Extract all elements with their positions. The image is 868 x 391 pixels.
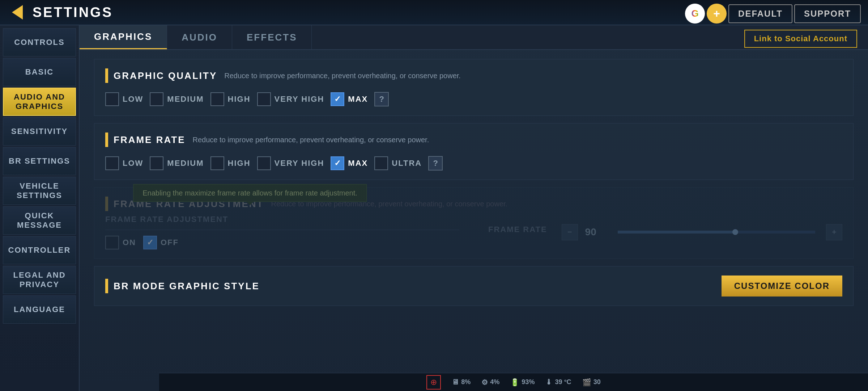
battery-icon: 🔋 [510, 378, 519, 387]
sidebar-item-br-settings[interactable]: BR SETTINGS [3, 147, 76, 175]
fr-veryhigh-checkbox[interactable] [257, 156, 271, 170]
fr-slider-fill [618, 231, 736, 234]
fr-high-checkbox[interactable] [210, 156, 224, 170]
fr-ultra-label: ULTRA [392, 159, 422, 168]
fra-title: FRAME RATE ADJUSTMENT [114, 198, 264, 210]
fr-value-display: 90 [585, 226, 607, 238]
support-button[interactable]: SUPPORT [794, 4, 861, 23]
temp-value: 39 °C [555, 378, 571, 386]
frame-rate-desc: Reduce to improve performance, prevent o… [193, 136, 429, 144]
gq-max-label: MAX [348, 94, 368, 104]
plus-button[interactable]: + [707, 4, 727, 24]
graphic-quality-header: GRAPHIC QUALITY Reduce to improve perfor… [105, 68, 842, 83]
back-button[interactable] [7, 3, 27, 22]
gq-veryhigh-checkbox[interactable] [257, 92, 271, 106]
fra-on-checkbox[interactable] [105, 236, 119, 249]
frame-rate-help-icon[interactable]: ? [428, 156, 443, 171]
br-mode-graphic-style-section: BR MODE GRAPHIC STYLE CUSTOMIZE COLOR [94, 266, 854, 306]
sidebar-item-language[interactable]: LANGUAGE [3, 295, 76, 324]
sidebar-item-basic[interactable]: BASIC [3, 58, 76, 86]
sidebar-item-controller[interactable]: CONTROLLER [3, 236, 76, 264]
gq-veryhigh-label: VERY HIGH [275, 94, 324, 104]
graphic-quality-help-icon[interactable]: ? [374, 92, 389, 106]
brs-header: BR MODE GRAPHIC STYLE [105, 279, 260, 293]
brs-title: BR MODE GRAPHIC STYLE [114, 281, 260, 292]
fr-high-group: HIGH [210, 156, 251, 170]
sidebar-item-quick-message[interactable]: QUICK MESSAGE [3, 206, 76, 235]
sidebar-item-vehicle-settings[interactable]: VEHICLE SETTINGS [3, 177, 76, 205]
frame-rate-header: FRAME RATE Reduce to improve performance… [105, 133, 842, 147]
gq-medium-checkbox[interactable] [150, 92, 163, 106]
section-indicator-fr [105, 133, 108, 147]
google-button[interactable]: G [685, 4, 705, 24]
fra-off-label: OFF [161, 238, 179, 247]
default-button[interactable]: DEFAULT [728, 4, 792, 23]
cpu1-value: 8% [461, 378, 471, 386]
gq-low-checkbox[interactable] [105, 92, 119, 106]
fps-icon: 🎬 [582, 378, 591, 387]
fra-on-group: ON [105, 236, 136, 249]
fr-increase-btn[interactable]: + [826, 224, 842, 240]
cpu2-value: 4% [490, 378, 499, 386]
status-temp: 🌡 39 °C [545, 378, 571, 386]
gq-high-checkbox[interactable] [210, 92, 224, 106]
fra-right: FRAME RATE − 90 + [488, 224, 842, 240]
tab-graphics[interactable]: GRAPHICS [80, 25, 167, 49]
fr-medium-label: MEDIUM [167, 159, 204, 168]
sidebar-item-legal-privacy[interactable]: LEGAL AND PRIVACY [3, 266, 76, 294]
sidebar-item-audio-graphics[interactable]: AUDIO AND GRAPHICS [3, 88, 76, 116]
page-title: SETTINGS [33, 5, 113, 20]
fr-ultra-checkbox[interactable] [374, 156, 388, 170]
gq-veryhigh-group: VERY HIGH [257, 92, 324, 106]
fra-divider [105, 230, 459, 230]
status-cpu1: 🖥 8% [452, 378, 471, 386]
fra-toggle-row: ON OFF [105, 236, 459, 249]
status-battery: 🔋 93% [510, 378, 535, 387]
gq-low-label: LOW [123, 94, 143, 104]
sidebar-item-sensitivity[interactable]: SENSITIVITY [3, 117, 76, 146]
tab-audio[interactable]: AUDIO [167, 25, 232, 49]
frame-rate-adjustment-section: FRAME RATE ADJUSTMENT Reduce to improve … [94, 187, 854, 259]
gq-max-checkbox[interactable] [331, 92, 344, 106]
fr-slider[interactable] [618, 231, 815, 234]
fr-max-label: MAX [348, 159, 368, 168]
link-social-account-button[interactable]: Link to Social Account [744, 30, 857, 48]
section-indicator-fra [105, 197, 108, 211]
tab-effects[interactable]: EFFECTS [232, 25, 312, 49]
content-area: GRAPHIC QUALITY Reduce to improve perfor… [80, 50, 868, 373]
frame-rate-section: FRAME RATE Reduce to improve performance… [94, 123, 854, 180]
graphic-quality-section: GRAPHIC QUALITY Reduce to improve perfor… [94, 59, 854, 116]
fr-high-label: HIGH [228, 159, 251, 168]
temp-icon: 🌡 [545, 378, 553, 386]
fra-desc: Reduce to improve performance, prevent o… [271, 200, 507, 208]
section-indicator [105, 68, 108, 83]
battery-value: 93% [522, 378, 535, 386]
gq-medium-label: MEDIUM [167, 94, 204, 104]
fr-medium-checkbox[interactable] [150, 156, 163, 170]
fr-medium-group: MEDIUM [150, 156, 204, 170]
top-right-controls: G + DEFAULT SUPPORT [685, 4, 861, 24]
back-arrow-icon [12, 5, 23, 20]
graphic-quality-options: LOW MEDIUM HIGH VERY HIGH MAX [105, 92, 842, 106]
fr-slider-handle [732, 229, 738, 235]
fr-max-group: MAX [331, 156, 368, 170]
fra-off-group: OFF [143, 236, 179, 249]
fr-low-group: LOW [105, 156, 143, 170]
sidebar-item-controls[interactable]: CONTROLS [3, 28, 76, 56]
fra-controls-row: FRAME RATE ADJUSTMENT ON OFF [105, 215, 842, 249]
customize-color-button[interactable]: CUSTOMIZE COLOR [722, 276, 842, 297]
status-fps: 🎬 30 [582, 378, 601, 387]
status-bar: ⊕ 🖥 8% ⚙ 4% 🔋 93% 🌡 39 °C 🎬 30 [159, 373, 868, 391]
cpu1-icon: 🖥 [452, 378, 459, 386]
fr-decrease-btn[interactable]: − [562, 224, 578, 240]
crosshair-button[interactable]: ⊕ [426, 375, 441, 390]
frame-rate-options: LOW MEDIUM HIGH VERY HIGH MAX [105, 156, 842, 171]
fra-on-label: ON [123, 238, 136, 247]
graphic-quality-desc: Reduce to improve performance, prevent o… [224, 72, 461, 80]
fra-off-checkbox[interactable] [143, 236, 157, 249]
fr-low-checkbox[interactable] [105, 156, 119, 170]
gq-high-group: HIGH [210, 92, 251, 106]
fr-max-checkbox[interactable] [331, 156, 344, 170]
fra-header: FRAME RATE ADJUSTMENT Reduce to improve … [105, 197, 842, 211]
fra-adj-label: FRAME RATE ADJUSTMENT [105, 215, 459, 224]
